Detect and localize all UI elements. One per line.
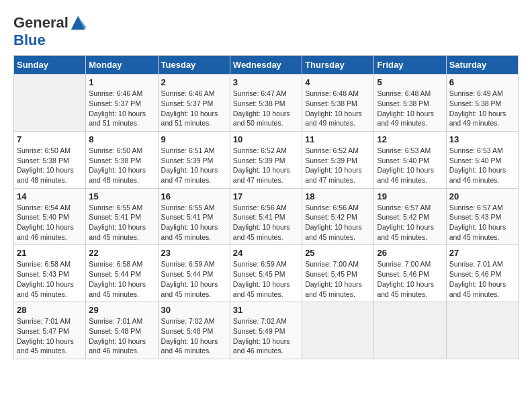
day-info: Sunrise: 6:55 AMSunset: 5:41 PMDaylight:… <box>161 203 227 242</box>
day-info: Sunrise: 6:47 AMSunset: 5:38 PMDaylight:… <box>233 89 299 128</box>
weekday-header-monday: Monday <box>86 56 158 75</box>
day-info: Sunrise: 6:56 AMSunset: 5:41 PMDaylight:… <box>233 203 299 242</box>
day-number: 8 <box>89 134 154 144</box>
day-number: 15 <box>89 191 154 201</box>
day-number: 18 <box>305 191 371 201</box>
calendar-cell: 2Sunrise: 6:46 AMSunset: 5:37 PMDaylight… <box>158 75 230 132</box>
day-info: Sunrise: 7:01 AMSunset: 5:47 PMDaylight:… <box>17 316 83 356</box>
day-number: 10 <box>233 134 299 144</box>
weekday-header-sunday: Sunday <box>14 56 86 75</box>
day-info: Sunrise: 7:00 AMSunset: 5:45 PMDaylight:… <box>305 259 371 299</box>
logo-icon <box>69 13 87 32</box>
day-info: Sunrise: 6:52 AMSunset: 5:39 PMDaylight:… <box>233 146 299 185</box>
day-info: Sunrise: 6:57 AMSunset: 5:42 PMDaylight:… <box>377 203 443 242</box>
day-number: 14 <box>17 191 83 201</box>
calendar-cell <box>446 302 518 359</box>
calendar-cell <box>302 302 374 359</box>
calendar-cell: 5Sunrise: 6:48 AMSunset: 5:38 PMDaylight… <box>374 75 446 132</box>
week-row-3: 14Sunrise: 6:54 AMSunset: 5:40 PMDayligh… <box>14 188 519 245</box>
day-info: Sunrise: 7:02 AMSunset: 5:48 PMDaylight:… <box>161 316 227 356</box>
weekday-header-wednesday: Wednesday <box>230 56 302 75</box>
day-info: Sunrise: 7:00 AMSunset: 5:46 PMDaylight:… <box>377 259 443 299</box>
day-info: Sunrise: 6:52 AMSunset: 5:39 PMDaylight:… <box>305 146 371 185</box>
day-number: 17 <box>233 191 299 201</box>
day-number: 5 <box>377 77 443 87</box>
calendar-cell: 17Sunrise: 6:56 AMSunset: 5:41 PMDayligh… <box>230 188 302 245</box>
calendar-cell: 11Sunrise: 6:52 AMSunset: 5:39 PMDayligh… <box>302 131 374 188</box>
day-info: Sunrise: 6:51 AMSunset: 5:39 PMDaylight:… <box>161 146 227 185</box>
calendar-cell: 28Sunrise: 7:01 AMSunset: 5:47 PMDayligh… <box>14 302 86 359</box>
day-info: Sunrise: 6:53 AMSunset: 5:40 PMDaylight:… <box>377 146 443 185</box>
day-number: 7 <box>17 134 83 144</box>
day-info: Sunrise: 6:46 AMSunset: 5:37 PMDaylight:… <box>89 89 154 128</box>
calendar-header: SundayMondayTuesdayWednesdayThursdayFrid… <box>14 56 519 75</box>
day-number: 20 <box>449 191 515 201</box>
weekday-row: SundayMondayTuesdayWednesdayThursdayFrid… <box>14 56 519 75</box>
calendar-cell: 4Sunrise: 6:48 AMSunset: 5:38 PMDaylight… <box>302 75 374 132</box>
day-info: Sunrise: 6:57 AMSunset: 5:43 PMDaylight:… <box>449 203 515 242</box>
calendar-cell: 12Sunrise: 6:53 AMSunset: 5:40 PMDayligh… <box>374 131 446 188</box>
day-info: Sunrise: 6:48 AMSunset: 5:38 PMDaylight:… <box>377 89 443 128</box>
page-header: General Blue <box>13 13 519 48</box>
day-number: 27 <box>449 248 515 258</box>
calendar-cell: 15Sunrise: 6:55 AMSunset: 5:41 PMDayligh… <box>86 188 158 245</box>
day-number: 2 <box>161 77 227 87</box>
calendar-cell: 23Sunrise: 6:59 AMSunset: 5:44 PMDayligh… <box>158 245 230 302</box>
calendar-cell: 13Sunrise: 6:53 AMSunset: 5:40 PMDayligh… <box>446 131 518 188</box>
weekday-header-tuesday: Tuesday <box>158 56 230 75</box>
week-row-2: 7Sunrise: 6:50 AMSunset: 5:38 PMDaylight… <box>14 131 519 188</box>
calendar-cell: 9Sunrise: 6:51 AMSunset: 5:39 PMDaylight… <box>158 131 230 188</box>
day-number: 4 <box>305 77 371 87</box>
day-number: 24 <box>233 248 299 258</box>
day-info: Sunrise: 6:49 AMSunset: 5:38 PMDaylight:… <box>449 89 515 128</box>
calendar-cell: 3Sunrise: 6:47 AMSunset: 5:38 PMDaylight… <box>230 75 302 132</box>
day-number: 11 <box>305 134 371 144</box>
day-number: 28 <box>17 305 83 315</box>
week-row-1: 1Sunrise: 6:46 AMSunset: 5:37 PMDaylight… <box>14 75 519 132</box>
day-number: 1 <box>89 77 154 87</box>
calendar-cell: 22Sunrise: 6:58 AMSunset: 5:44 PMDayligh… <box>86 245 158 302</box>
calendar-cell: 21Sunrise: 6:58 AMSunset: 5:43 PMDayligh… <box>14 245 86 302</box>
weekday-header-thursday: Thursday <box>302 56 374 75</box>
weekday-header-friday: Friday <box>374 56 446 75</box>
calendar-cell: 19Sunrise: 6:57 AMSunset: 5:42 PMDayligh… <box>374 188 446 245</box>
day-info: Sunrise: 6:59 AMSunset: 5:44 PMDaylight:… <box>161 259 227 299</box>
day-number: 23 <box>161 248 227 258</box>
calendar-cell: 18Sunrise: 6:56 AMSunset: 5:42 PMDayligh… <box>302 188 374 245</box>
day-info: Sunrise: 6:54 AMSunset: 5:40 PMDaylight:… <box>17 203 83 242</box>
day-number: 29 <box>89 305 154 315</box>
day-number: 26 <box>377 248 443 258</box>
day-number: 30 <box>161 305 227 315</box>
week-row-4: 21Sunrise: 6:58 AMSunset: 5:43 PMDayligh… <box>14 245 519 302</box>
calendar-cell: 10Sunrise: 6:52 AMSunset: 5:39 PMDayligh… <box>230 131 302 188</box>
calendar-cell: 26Sunrise: 7:00 AMSunset: 5:46 PMDayligh… <box>374 245 446 302</box>
day-number: 21 <box>17 248 83 258</box>
calendar-body: 1Sunrise: 6:46 AMSunset: 5:37 PMDaylight… <box>14 75 519 359</box>
day-info: Sunrise: 6:50 AMSunset: 5:38 PMDaylight:… <box>17 146 83 185</box>
day-number: 19 <box>377 191 443 201</box>
day-info: Sunrise: 6:58 AMSunset: 5:43 PMDaylight:… <box>17 259 83 299</box>
week-row-5: 28Sunrise: 7:01 AMSunset: 5:47 PMDayligh… <box>14 302 519 359</box>
calendar-cell: 20Sunrise: 6:57 AMSunset: 5:43 PMDayligh… <box>446 188 518 245</box>
weekday-header-saturday: Saturday <box>446 56 518 75</box>
logo-blue: Blue <box>13 32 87 48</box>
day-info: Sunrise: 6:55 AMSunset: 5:41 PMDaylight:… <box>89 203 154 242</box>
day-info: Sunrise: 6:46 AMSunset: 5:37 PMDaylight:… <box>161 89 227 128</box>
calendar-cell: 24Sunrise: 6:59 AMSunset: 5:45 PMDayligh… <box>230 245 302 302</box>
calendar-cell: 8Sunrise: 6:50 AMSunset: 5:38 PMDaylight… <box>86 131 158 188</box>
day-number: 16 <box>161 191 227 201</box>
logo: General Blue <box>13 13 87 48</box>
logo-general: General <box>13 15 69 31</box>
day-info: Sunrise: 7:02 AMSunset: 5:49 PMDaylight:… <box>233 316 299 356</box>
day-info: Sunrise: 6:53 AMSunset: 5:40 PMDaylight:… <box>449 146 515 185</box>
calendar-cell: 16Sunrise: 6:55 AMSunset: 5:41 PMDayligh… <box>158 188 230 245</box>
day-info: Sunrise: 6:48 AMSunset: 5:38 PMDaylight:… <box>305 89 371 128</box>
calendar-cell: 27Sunrise: 7:01 AMSunset: 5:46 PMDayligh… <box>446 245 518 302</box>
calendar-cell: 31Sunrise: 7:02 AMSunset: 5:49 PMDayligh… <box>230 302 302 359</box>
day-info: Sunrise: 7:01 AMSunset: 5:46 PMDaylight:… <box>449 259 515 299</box>
day-info: Sunrise: 6:59 AMSunset: 5:45 PMDaylight:… <box>233 259 299 299</box>
day-number: 13 <box>449 134 515 144</box>
calendar-cell: 6Sunrise: 6:49 AMSunset: 5:38 PMDaylight… <box>446 75 518 132</box>
day-info: Sunrise: 6:50 AMSunset: 5:38 PMDaylight:… <box>89 146 154 185</box>
day-number: 12 <box>377 134 443 144</box>
